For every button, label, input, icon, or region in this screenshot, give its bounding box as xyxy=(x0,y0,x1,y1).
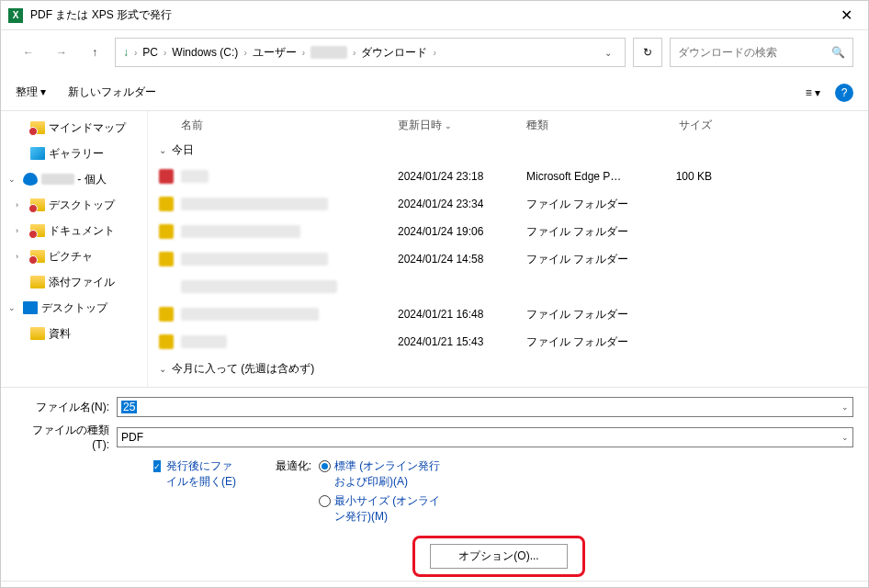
folder-red-icon xyxy=(30,198,45,211)
optimize-standard-radio[interactable]: 標準 (オンライン発行および印刷)(A) xyxy=(319,458,457,490)
breadcrumb-bar[interactable]: ↓ › PC › Windows (C:) › ユーザー › › ダウンロード … xyxy=(115,38,626,67)
breadcrumb-dropdown[interactable]: ⌄ xyxy=(599,48,617,58)
file-type: ファイル フォルダー xyxy=(526,334,646,350)
radio-checked-icon xyxy=(319,460,331,472)
chevron-icon: › xyxy=(16,200,27,209)
file-name-blurred xyxy=(181,308,319,321)
navbar: ← → ↑ ↓ › PC › Windows (C:) › ユーザー › › ダ… xyxy=(1,30,868,74)
file-date: 2024/01/24 23:18 xyxy=(398,170,526,183)
sidebar-item-label: ピクチャ xyxy=(49,249,93,265)
column-size[interactable]: サイズ xyxy=(646,118,719,133)
file-row[interactable]: 2024/01/24 23:34 ファイル フォルダー xyxy=(159,190,857,218)
breadcrumb-users[interactable]: ユーザー xyxy=(253,45,297,61)
file-date: 2024/01/24 19:06 xyxy=(398,225,526,238)
dropdown-icon[interactable]: ⌄ xyxy=(841,433,849,442)
close-button[interactable]: ✕ xyxy=(831,6,861,24)
sidebar-item[interactable]: 資料 xyxy=(1,321,147,346)
folder-red-icon xyxy=(30,121,45,134)
folder-yellow-icon xyxy=(30,276,45,288)
forward-button[interactable]: → xyxy=(49,40,74,65)
up-button[interactable]: ↑ xyxy=(82,40,107,65)
column-headers: 名前 更新日時 ⌄ 種類 サイズ xyxy=(159,115,857,137)
chevron-right-icon: › xyxy=(243,48,246,58)
sidebar-item[interactable]: ›ドキュメント xyxy=(1,218,147,243)
sidebar-item[interactable]: ›ピクチャ xyxy=(1,243,147,269)
help-button[interactable]: ? xyxy=(835,84,853,102)
file-icon xyxy=(159,197,174,211)
file-type: ファイル フォルダー xyxy=(526,252,646,267)
chevron-right-icon: › xyxy=(353,48,356,58)
filetype-dropdown[interactable]: PDF ⌄ xyxy=(117,427,853,447)
sidebar-item[interactable]: ⌄ - 個人 xyxy=(1,166,147,192)
file-name-blurred xyxy=(181,280,337,293)
group-today-label: 今日 xyxy=(172,142,194,158)
file-row[interactable]: 2024/01/21 15:43 ファイル フォルダー xyxy=(159,328,857,356)
file-icon xyxy=(159,252,174,266)
sidebar: マインドマップギャラリー⌄ - 個人›デスクトップ›ドキュメント›ピクチャ添付フ… xyxy=(1,111,148,387)
search-box[interactable]: 🔍 xyxy=(670,38,853,67)
excel-app-icon: X xyxy=(8,8,23,23)
options-highlight: オプション(O)... xyxy=(412,536,584,577)
onedrive-icon xyxy=(23,173,38,186)
folder-yellow-icon xyxy=(30,327,45,340)
optimize-label: 最適化: xyxy=(236,458,319,528)
optimize-minimum-radio[interactable]: 最小サイズ (オンライン発行)(M) xyxy=(319,493,457,525)
file-type: ファイル フォルダー xyxy=(526,307,646,322)
refresh-button[interactable]: ↻ xyxy=(633,38,662,67)
sidebar-item[interactable]: 添付ファイル xyxy=(1,269,147,295)
column-name[interactable]: 名前 xyxy=(159,118,398,133)
breadcrumb-pc[interactable]: PC xyxy=(142,46,158,59)
file-row[interactable]: 2024/01/24 23:18 Microsoft Edge P… 100 K… xyxy=(159,163,857,190)
filename-value: 25 xyxy=(121,401,137,413)
file-icon xyxy=(159,334,174,349)
sidebar-item[interactable]: ギャラリー xyxy=(1,141,147,166)
chevron-right-icon: › xyxy=(302,48,305,58)
file-row[interactable]: 2024/01/24 14:58 ファイル フォルダー xyxy=(159,245,857,273)
new-folder-button[interactable]: 新しいフォルダー xyxy=(68,85,156,100)
sidebar-item-label: ギャラリー xyxy=(49,146,104,162)
file-type: ファイル フォルダー xyxy=(526,197,646,212)
column-date[interactable]: 更新日時 ⌄ xyxy=(398,118,526,133)
search-input[interactable] xyxy=(678,46,831,59)
chevron-right-icon: › xyxy=(164,48,166,58)
sidebar-item[interactable]: ›デスクトップ xyxy=(1,192,147,218)
sidebar-item-label: 資料 xyxy=(49,326,71,342)
group-today[interactable]: ⌄ 今日 xyxy=(159,137,857,163)
group-earlier[interactable]: ⌄ 今月に入って (先週は含めず) xyxy=(159,356,857,381)
sidebar-item-label: 添付ファイル xyxy=(49,275,115,290)
file-name-blurred xyxy=(181,225,300,238)
filename-input[interactable]: 25 ⌄ xyxy=(117,397,853,417)
file-icon xyxy=(159,279,174,294)
breadcrumb-drive[interactable]: Windows (C:) xyxy=(172,46,238,59)
chevron-right-icon: › xyxy=(134,48,137,58)
column-type[interactable]: 種類 xyxy=(526,118,646,133)
file-name-blurred xyxy=(181,198,328,210)
breadcrumb-username-blurred[interactable] xyxy=(310,46,347,59)
sidebar-item[interactable]: ⌄デスクトップ xyxy=(1,295,147,321)
content-area: マインドマップギャラリー⌄ - 個人›デスクトップ›ドキュメント›ピクチャ添付フ… xyxy=(1,111,868,387)
sidebar-item[interactable]: マインドマップ xyxy=(1,115,147,141)
organize-button[interactable]: 整理 ▾ xyxy=(16,85,46,100)
save-panel: ファイル名(N): 25 ⌄ ファイルの種類(T): PDF ⌄ ✓ 発行後にフ… xyxy=(1,387,868,577)
titlebar: X PDF または XPS 形式で発行 ✕ xyxy=(1,1,868,30)
dropdown-icon[interactable]: ⌄ xyxy=(841,402,849,412)
open-after-checkbox[interactable]: ✓ 発行後にファイルを開く(E) xyxy=(153,458,236,490)
optimize-standard-label: 標準 (オンライン発行および印刷)(A) xyxy=(334,458,445,490)
file-size: 100 KB xyxy=(646,170,719,183)
folder-red-icon xyxy=(30,224,45,237)
file-icon xyxy=(159,307,174,322)
file-date: 2024/01/24 23:34 xyxy=(398,198,526,210)
view-mode-button[interactable]: ≡ ▾ xyxy=(806,86,820,99)
options-button[interactable]: オプション(O)... xyxy=(430,544,567,569)
breadcrumb-downloads[interactable]: ダウンロード xyxy=(361,45,427,61)
file-name-blurred xyxy=(181,335,227,348)
sidebar-item-label: デスクトップ xyxy=(49,198,115,213)
file-type: ファイル フォルダー xyxy=(526,224,646,240)
options-button-wrap: オプション(O)... xyxy=(16,536,853,577)
file-row[interactable]: 2024/01/21 16:48 ファイル フォルダー xyxy=(159,300,857,328)
file-row[interactable] xyxy=(159,273,857,300)
options-row: ✓ 発行後にファイルを開く(E) 最適化: 標準 (オンライン発行および印刷)(… xyxy=(16,458,853,528)
file-row[interactable]: 2024/01/24 19:06 ファイル フォルダー xyxy=(159,218,857,245)
back-button[interactable]: ← xyxy=(16,40,41,65)
chevron-icon: ⌄ xyxy=(8,303,19,312)
